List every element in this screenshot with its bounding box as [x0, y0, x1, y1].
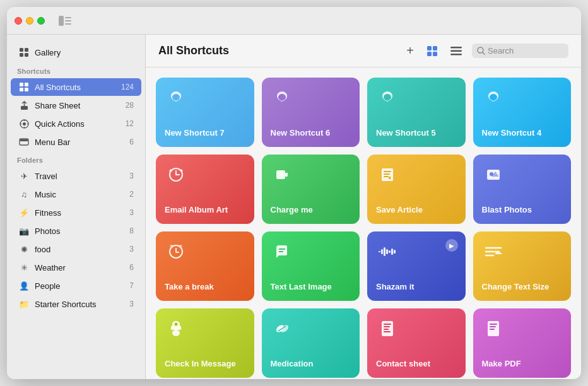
- sidebar-item-share-sheet[interactable]: Share Sheet 28: [11, 96, 141, 114]
- weather-count: 6: [129, 263, 134, 272]
- sidebar-item-starter-shortcuts[interactable]: 📁 Starter Shortcuts 3: [11, 295, 141, 313]
- content-area: Gallery Shortcuts All Shortcuts 124: [7, 35, 581, 379]
- svg-rect-23: [427, 52, 432, 56]
- shortcuts-section-header: Shortcuts: [7, 62, 145, 78]
- gallery-icon: [18, 47, 30, 58]
- sidebar-item-food[interactable]: ✺ food 3: [11, 240, 141, 258]
- svg-rect-27: [450, 54, 462, 56]
- quick-actions-label: Quick Actions: [35, 119, 123, 129]
- svg-rect-4: [20, 48, 23, 52]
- sidebar-toggle-button[interactable]: [59, 16, 71, 26]
- starter-shortcuts-label: Starter Shortcuts: [35, 300, 127, 309]
- shortcut-card-shazam-it[interactable]: ▶ Shazam it: [367, 231, 466, 301]
- svg-rect-9: [25, 83, 28, 86]
- sidebar-item-fitness[interactable]: ⚡ Fitness 3: [11, 204, 141, 221]
- fitness-label: Fitness: [35, 208, 127, 218]
- shortcut-label-new-shortcut-5: New Shortcut 5: [376, 128, 457, 138]
- svg-rect-25: [450, 47, 462, 49]
- sidebar-item-travel[interactable]: ✈ Travel 3: [11, 167, 141, 185]
- add-shortcut-button[interactable]: +: [404, 41, 416, 61]
- shortcut-card-contact-sheet[interactable]: Contact sheet: [367, 308, 466, 378]
- fitness-count: 3: [129, 208, 134, 217]
- shortcut-card-medication[interactable]: Medication: [262, 308, 360, 378]
- starter-shortcuts-count: 3: [129, 300, 134, 308]
- shortcut-card-email-album-art[interactable]: Email Album Art: [156, 155, 254, 224]
- sidebar-item-weather[interactable]: ✳ Weather 6: [11, 259, 141, 276]
- sidebar-item-menu-bar[interactable]: Menu Bar 6: [11, 133, 141, 151]
- svg-rect-36: [285, 173, 288, 177]
- main-content: All Shortcuts +: [146, 35, 581, 379]
- sidebar-item-gallery[interactable]: Gallery: [11, 43, 141, 62]
- svg-rect-7: [25, 53, 28, 57]
- shortcut-icon-blast-photos: [482, 163, 505, 186]
- weather-label: Weather: [35, 263, 127, 272]
- share-sheet-icon: [18, 100, 30, 111]
- svg-rect-65: [384, 329, 389, 330]
- play-button-shazam-it[interactable]: ▶: [445, 239, 458, 252]
- svg-rect-64: [384, 326, 390, 327]
- quick-actions-count: 12: [126, 119, 134, 128]
- shortcut-card-check-in-message[interactable]: Check In Message: [156, 308, 254, 378]
- food-icon: ✺: [18, 243, 30, 255]
- svg-rect-10: [20, 88, 23, 91]
- photos-icon: 📷: [18, 225, 30, 237]
- svg-rect-66: [384, 331, 391, 332]
- shortcut-icon-new-shortcut-4: [482, 86, 505, 109]
- main-header: All Shortcuts +: [146, 35, 581, 67]
- minimize-button[interactable]: [26, 17, 33, 25]
- shortcut-icon-new-shortcut-7: [165, 86, 187, 109]
- sidebar-item-all-shortcuts[interactable]: All Shortcuts 124: [11, 78, 141, 96]
- shortcut-card-charge-me[interactable]: Charge me: [262, 155, 360, 224]
- sidebar-item-music[interactable]: ♫ Music 2: [11, 185, 141, 203]
- shortcut-card-make-pdf[interactable]: Make PDF: [473, 308, 572, 378]
- shortcut-card-new-shortcut-7[interactable]: New Shortcut 7: [156, 78, 254, 147]
- svg-line-33: [170, 170, 171, 171]
- shortcut-card-change-text-size[interactable]: Change Text Size: [473, 231, 572, 301]
- music-count: 2: [129, 190, 134, 199]
- svg-rect-40: [384, 176, 389, 177]
- music-label: Music: [35, 190, 127, 199]
- shortcut-label-contact-sheet: Contact sheet: [376, 359, 457, 369]
- sidebar-item-people[interactable]: 👤 People 7: [11, 277, 141, 295]
- shortcut-label-new-shortcut-6: New Shortcut 6: [271, 128, 351, 138]
- shortcut-card-text-last-image[interactable]: Text Last Image: [262, 231, 360, 301]
- svg-rect-6: [20, 53, 23, 57]
- svg-rect-2: [65, 20, 71, 21]
- menu-bar-count: 6: [129, 137, 134, 146]
- travel-count: 3: [129, 172, 134, 180]
- shortcut-card-new-shortcut-6[interactable]: New Shortcut 6: [262, 78, 360, 147]
- share-sheet-label: Share Sheet: [35, 101, 123, 110]
- list-view-button[interactable]: [448, 44, 464, 58]
- close-button[interactable]: [15, 17, 22, 25]
- shortcut-label-check-in-message: Check In Message: [165, 359, 245, 369]
- shortcut-card-new-shortcut-4[interactable]: New Shortcut 4: [473, 78, 572, 147]
- sidebar-item-photos[interactable]: 📷 Photos 8: [11, 222, 141, 240]
- grid-view-button[interactable]: [424, 43, 440, 59]
- shortcut-icon-charge-me: [271, 163, 293, 186]
- shortcut-card-take-a-break[interactable]: Take a break: [156, 231, 254, 301]
- traffic-lights: [15, 17, 45, 25]
- shortcut-label-save-article: Save Article: [376, 205, 457, 215]
- shortcut-card-save-article[interactable]: Save Article: [367, 155, 466, 224]
- shortcut-icon-take-a-break: [165, 240, 187, 263]
- svg-rect-21: [427, 46, 432, 50]
- shortcut-card-blast-photos[interactable]: Blast Photos: [473, 155, 572, 224]
- sidebar-item-quick-actions[interactable]: Quick Actions 12: [11, 115, 141, 132]
- shortcut-card-new-shortcut-5[interactable]: New Shortcut 5: [367, 78, 466, 147]
- gallery-label: Gallery: [35, 48, 134, 57]
- starter-shortcuts-icon: 📁: [18, 298, 30, 310]
- svg-line-34: [181, 170, 182, 171]
- svg-rect-63: [384, 324, 391, 325]
- shortcut-icon-text-last-image: [271, 240, 293, 263]
- maximize-button[interactable]: [37, 17, 45, 25]
- list-view-icon: [450, 47, 462, 56]
- svg-point-14: [23, 122, 26, 126]
- shortcut-label-blast-photos: Blast Photos: [482, 205, 563, 215]
- search-box: [472, 44, 568, 58]
- shortcut-icon-new-shortcut-6: [271, 86, 293, 109]
- search-input[interactable]: [488, 46, 563, 56]
- svg-rect-11: [25, 88, 28, 91]
- svg-rect-24: [433, 52, 437, 56]
- svg-rect-3: [65, 23, 71, 25]
- titlebar: [7, 7, 581, 35]
